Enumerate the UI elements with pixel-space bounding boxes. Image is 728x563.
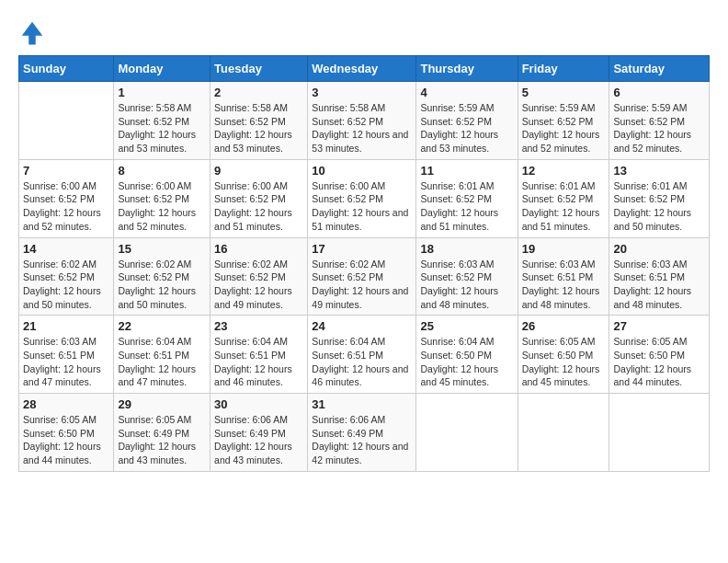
day-number: 30 bbox=[214, 397, 303, 411]
calendar-cell: 23Sunrise: 6:04 AMSunset: 6:51 PMDayligh… bbox=[210, 316, 308, 394]
day-number: 16 bbox=[214, 242, 303, 256]
day-info: Sunrise: 6:01 AMSunset: 6:52 PMDaylight:… bbox=[420, 179, 513, 234]
calendar-cell: 30Sunrise: 6:06 AMSunset: 6:49 PMDayligh… bbox=[210, 394, 308, 472]
day-info: Sunrise: 6:04 AMSunset: 6:50 PMDaylight:… bbox=[420, 335, 513, 389]
day-number: 23 bbox=[214, 319, 303, 333]
day-number: 31 bbox=[312, 397, 412, 411]
week-row-5: 28Sunrise: 6:05 AMSunset: 6:50 PMDayligh… bbox=[19, 394, 710, 472]
day-number: 1 bbox=[118, 86, 206, 99]
day-info: Sunrise: 6:01 AMSunset: 6:52 PMDaylight:… bbox=[522, 179, 606, 234]
day-number: 4 bbox=[420, 86, 513, 99]
day-info: Sunrise: 6:00 AMSunset: 6:52 PMDaylight:… bbox=[312, 179, 412, 234]
day-info: Sunrise: 6:00 AMSunset: 6:52 PMDaylight:… bbox=[214, 179, 303, 234]
calendar-cell: 21Sunrise: 6:03 AMSunset: 6:51 PMDayligh… bbox=[19, 316, 114, 394]
day-number: 13 bbox=[613, 164, 705, 178]
column-header-sunday: Sunday bbox=[19, 56, 114, 82]
calendar-cell: 26Sunrise: 6:05 AMSunset: 6:50 PMDayligh… bbox=[518, 316, 609, 394]
calendar-cell: 14Sunrise: 6:02 AMSunset: 6:52 PMDayligh… bbox=[19, 237, 114, 316]
week-row-2: 7Sunrise: 6:00 AMSunset: 6:52 PMDaylight… bbox=[19, 159, 710, 237]
day-info: Sunrise: 5:59 AMSunset: 6:52 PMDaylight:… bbox=[420, 101, 513, 155]
day-number: 11 bbox=[420, 164, 513, 178]
day-info: Sunrise: 5:58 AMSunset: 6:52 PMDaylight:… bbox=[118, 101, 206, 155]
day-info: Sunrise: 5:58 AMSunset: 6:52 PMDaylight:… bbox=[312, 101, 412, 155]
svg-marker-0 bbox=[22, 22, 43, 45]
week-row-3: 14Sunrise: 6:02 AMSunset: 6:52 PMDayligh… bbox=[19, 237, 710, 316]
logo-icon bbox=[18, 18, 46, 46]
column-header-saturday: Saturday bbox=[609, 56, 710, 82]
day-number: 7 bbox=[23, 164, 109, 178]
calendar-cell bbox=[609, 394, 710, 472]
day-number: 9 bbox=[214, 164, 303, 178]
week-row-4: 21Sunrise: 6:03 AMSunset: 6:51 PMDayligh… bbox=[19, 316, 710, 394]
day-info: Sunrise: 6:05 AMSunset: 6:50 PMDaylight:… bbox=[522, 335, 606, 389]
calendar-cell: 16Sunrise: 6:02 AMSunset: 6:52 PMDayligh… bbox=[210, 237, 308, 316]
calendar-cell: 7Sunrise: 6:00 AMSunset: 6:52 PMDaylight… bbox=[19, 159, 114, 237]
calendar-cell: 25Sunrise: 6:04 AMSunset: 6:50 PMDayligh… bbox=[416, 316, 518, 394]
logo bbox=[18, 18, 50, 46]
day-info: Sunrise: 6:02 AMSunset: 6:52 PMDaylight:… bbox=[118, 258, 206, 312]
calendar-cell: 13Sunrise: 6:01 AMSunset: 6:52 PMDayligh… bbox=[609, 159, 710, 237]
calendar-cell: 11Sunrise: 6:01 AMSunset: 6:52 PMDayligh… bbox=[416, 159, 518, 237]
day-info: Sunrise: 6:03 AMSunset: 6:52 PMDaylight:… bbox=[420, 258, 513, 312]
calendar-cell: 19Sunrise: 6:03 AMSunset: 6:51 PMDayligh… bbox=[518, 237, 609, 316]
day-number: 25 bbox=[420, 319, 513, 333]
day-number: 24 bbox=[312, 319, 412, 333]
calendar-table: SundayMondayTuesdayWednesdayThursdayFrid… bbox=[18, 55, 710, 472]
day-info: Sunrise: 6:00 AMSunset: 6:52 PMDaylight:… bbox=[118, 179, 206, 234]
calendar-cell bbox=[19, 82, 114, 160]
day-number: 27 bbox=[613, 319, 705, 333]
day-info: Sunrise: 6:02 AMSunset: 6:52 PMDaylight:… bbox=[312, 258, 412, 312]
day-number: 19 bbox=[522, 242, 606, 256]
header bbox=[18, 18, 710, 46]
calendar-cell: 22Sunrise: 6:04 AMSunset: 6:51 PMDayligh… bbox=[114, 316, 210, 394]
calendar-cell: 15Sunrise: 6:02 AMSunset: 6:52 PMDayligh… bbox=[114, 237, 210, 316]
day-info: Sunrise: 6:03 AMSunset: 6:51 PMDaylight:… bbox=[613, 258, 705, 312]
day-info: Sunrise: 6:06 AMSunset: 6:49 PMDaylight:… bbox=[312, 413, 412, 467]
week-row-1: 1Sunrise: 5:58 AMSunset: 6:52 PMDaylight… bbox=[19, 82, 710, 160]
calendar-cell: 10Sunrise: 6:00 AMSunset: 6:52 PMDayligh… bbox=[308, 159, 416, 237]
day-number: 12 bbox=[522, 164, 606, 178]
column-header-thursday: Thursday bbox=[416, 56, 518, 82]
day-info: Sunrise: 6:05 AMSunset: 6:50 PMDaylight:… bbox=[613, 335, 705, 389]
calendar-cell: 27Sunrise: 6:05 AMSunset: 6:50 PMDayligh… bbox=[609, 316, 710, 394]
day-number: 6 bbox=[613, 86, 705, 99]
day-info: Sunrise: 6:06 AMSunset: 6:49 PMDaylight:… bbox=[214, 413, 303, 467]
calendar-cell: 6Sunrise: 5:59 AMSunset: 6:52 PMDaylight… bbox=[609, 82, 710, 160]
day-info: Sunrise: 6:00 AMSunset: 6:52 PMDaylight:… bbox=[23, 179, 109, 234]
calendar-cell: 2Sunrise: 5:58 AMSunset: 6:52 PMDaylight… bbox=[210, 82, 308, 160]
day-number: 8 bbox=[118, 164, 206, 178]
calendar-cell: 28Sunrise: 6:05 AMSunset: 6:50 PMDayligh… bbox=[19, 394, 114, 472]
calendar-cell: 12Sunrise: 6:01 AMSunset: 6:52 PMDayligh… bbox=[518, 159, 609, 237]
column-header-wednesday: Wednesday bbox=[308, 56, 416, 82]
calendar-cell: 20Sunrise: 6:03 AMSunset: 6:51 PMDayligh… bbox=[609, 237, 710, 316]
day-number: 10 bbox=[312, 164, 412, 178]
calendar-cell: 9Sunrise: 6:00 AMSunset: 6:52 PMDaylight… bbox=[210, 159, 308, 237]
calendar-cell: 4Sunrise: 5:59 AMSunset: 6:52 PMDaylight… bbox=[416, 82, 518, 160]
day-number: 2 bbox=[214, 86, 303, 99]
calendar-cell: 18Sunrise: 6:03 AMSunset: 6:52 PMDayligh… bbox=[416, 237, 518, 316]
day-number: 29 bbox=[118, 397, 206, 411]
day-info: Sunrise: 5:59 AMSunset: 6:52 PMDaylight:… bbox=[613, 101, 705, 155]
day-number: 15 bbox=[118, 242, 206, 256]
day-number: 14 bbox=[23, 242, 109, 256]
calendar-cell bbox=[416, 394, 518, 472]
day-number: 20 bbox=[613, 242, 705, 256]
calendar-cell: 1Sunrise: 5:58 AMSunset: 6:52 PMDaylight… bbox=[114, 82, 210, 160]
day-info: Sunrise: 6:04 AMSunset: 6:51 PMDaylight:… bbox=[118, 335, 206, 389]
calendar-cell: 3Sunrise: 5:58 AMSunset: 6:52 PMDaylight… bbox=[308, 82, 416, 160]
calendar-cell: 17Sunrise: 6:02 AMSunset: 6:52 PMDayligh… bbox=[308, 237, 416, 316]
day-info: Sunrise: 6:05 AMSunset: 6:49 PMDaylight:… bbox=[118, 413, 206, 467]
calendar-cell: 29Sunrise: 6:05 AMSunset: 6:49 PMDayligh… bbox=[114, 394, 210, 472]
column-header-monday: Monday bbox=[114, 56, 210, 82]
calendar-cell bbox=[518, 394, 609, 472]
day-info: Sunrise: 6:03 AMSunset: 6:51 PMDaylight:… bbox=[522, 258, 606, 312]
day-info: Sunrise: 6:04 AMSunset: 6:51 PMDaylight:… bbox=[214, 335, 303, 389]
day-info: Sunrise: 5:59 AMSunset: 6:52 PMDaylight:… bbox=[522, 101, 606, 155]
calendar-cell: 8Sunrise: 6:00 AMSunset: 6:52 PMDaylight… bbox=[114, 159, 210, 237]
day-number: 22 bbox=[118, 319, 206, 333]
day-number: 28 bbox=[23, 397, 109, 411]
day-number: 17 bbox=[312, 242, 412, 256]
day-number: 5 bbox=[522, 86, 606, 99]
calendar-cell: 5Sunrise: 5:59 AMSunset: 6:52 PMDaylight… bbox=[518, 82, 609, 160]
day-number: 21 bbox=[23, 319, 109, 333]
